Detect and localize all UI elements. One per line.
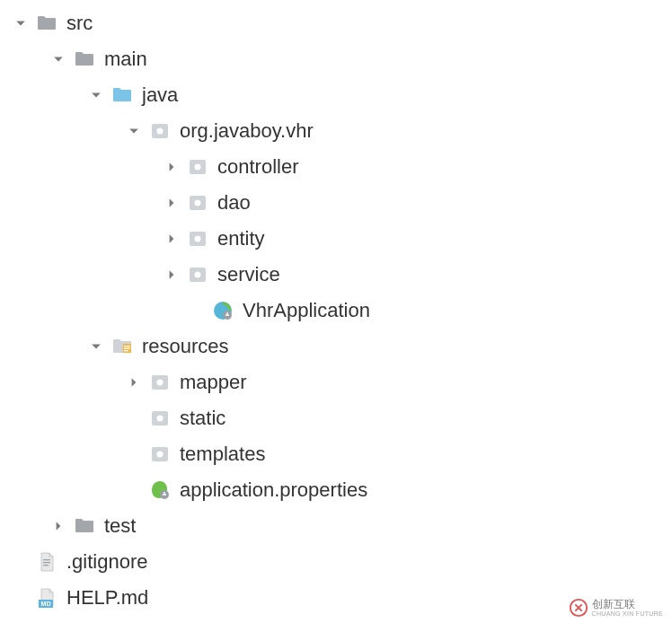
tree-item-controller[interactable]: controller [0, 149, 672, 185]
spring-boot-class-icon [212, 300, 234, 321]
svg-point-17 [157, 380, 164, 386]
chevron-right-icon[interactable] [126, 374, 142, 390]
tree-item-static[interactable]: static [0, 400, 672, 436]
watermark: 创新互联 CHUANG XIN FUTURE [569, 598, 663, 618]
tree-item-service[interactable]: service [0, 257, 672, 293]
tree-label: static [180, 407, 225, 430]
tree-item-gitignore[interactable]: .gitignore [0, 544, 672, 580]
tree-label: HELP.md [66, 586, 148, 610]
tree-label: resources [142, 335, 229, 358]
package-icon [149, 120, 171, 142]
chevron-down-icon[interactable] [88, 87, 104, 103]
svg-rect-25 [43, 565, 49, 566]
tree-label: application.properties [180, 478, 367, 502]
source-folder-icon [111, 84, 133, 106]
tree-label: controller [217, 155, 298, 179]
chevron-right-icon[interactable] [164, 231, 180, 247]
folder-icon [36, 13, 57, 34]
tree-item-dao[interactable]: dao [0, 185, 672, 221]
folder-icon [74, 48, 95, 70]
chevron-right-icon[interactable] [164, 195, 180, 211]
svg-point-19 [157, 416, 164, 422]
svg-point-3 [195, 164, 201, 171]
package-icon [187, 264, 208, 285]
chevron-right-icon[interactable] [50, 518, 66, 534]
tree-label: entity [217, 227, 265, 250]
chevron-down-icon[interactable] [50, 51, 66, 67]
svg-text:MD: MD [41, 601, 51, 607]
tree-item-java[interactable]: java [0, 77, 672, 113]
tree-item-package[interactable]: org.javaboy.vhr [0, 113, 672, 149]
tree-item-application-properties[interactable]: application.properties [0, 472, 672, 508]
watermark-brand: 创新互联 [592, 599, 663, 610]
chevron-right-icon[interactable] [164, 267, 180, 283]
tree-label: .gitignore [66, 550, 148, 574]
folder-icon [74, 515, 95, 537]
tree-label: dao [217, 191, 251, 215]
svg-rect-24 [43, 562, 50, 563]
package-icon [187, 192, 208, 214]
tree-item-mapper[interactable]: mapper [0, 364, 672, 400]
watermark-sub: CHUANG XIN FUTURE [592, 610, 663, 617]
package-icon [149, 443, 171, 465]
svg-rect-13 [124, 346, 130, 347]
svg-point-1 [157, 128, 164, 135]
tree-item-entity[interactable]: entity [0, 221, 672, 257]
package-icon [149, 408, 171, 429]
tree-item-resources[interactable]: resources [0, 329, 672, 364]
package-icon [187, 156, 208, 178]
svg-point-7 [195, 236, 201, 242]
tree-label: VhrApplication [243, 299, 370, 322]
svg-point-9 [195, 272, 201, 278]
svg-rect-23 [43, 559, 50, 560]
spring-properties-icon [149, 479, 171, 501]
chevron-down-icon[interactable] [13, 15, 29, 31]
chevron-right-icon[interactable] [164, 159, 180, 175]
tree-item-vhr-application[interactable]: VhrApplication [0, 293, 672, 329]
tree-label: test [104, 514, 136, 538]
resources-folder-icon [111, 336, 133, 357]
tree-item-templates[interactable]: templates [0, 436, 672, 472]
tree-label: java [142, 83, 178, 107]
tree-label: templates [180, 443, 265, 466]
chevron-down-icon[interactable] [88, 338, 104, 355]
tree-item-main[interactable]: main [0, 41, 672, 77]
tree-label: org.javaboy.vhr [180, 119, 314, 143]
text-file-icon [36, 551, 57, 573]
svg-point-5 [195, 200, 201, 206]
tree-label: src [66, 12, 93, 35]
tree-item-test[interactable]: test [0, 508, 672, 544]
package-icon [149, 372, 171, 393]
markdown-file-icon: MD [36, 587, 57, 609]
tree-label: main [104, 48, 147, 71]
svg-point-21 [157, 452, 164, 458]
watermark-logo-icon [569, 598, 588, 618]
tree-item-src[interactable]: src [0, 5, 672, 41]
tree-label: mapper [180, 371, 247, 394]
package-icon [187, 228, 208, 250]
tree-label: service [217, 263, 280, 286]
chevron-down-icon[interactable] [126, 123, 142, 139]
svg-rect-14 [124, 348, 130, 349]
svg-rect-15 [124, 350, 128, 351]
